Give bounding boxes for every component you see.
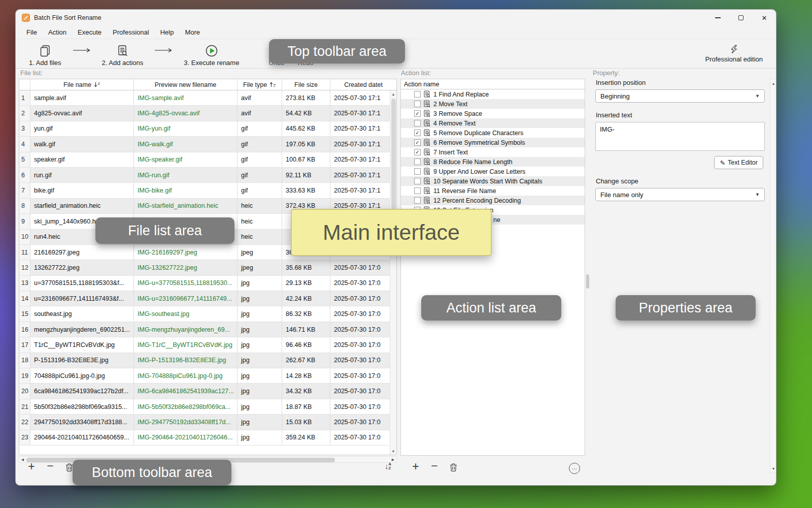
file-list-label: File list: [20, 69, 43, 77]
table-row[interactable]: 215b50f32b86e8298bf069ca9315...IMG-5b50f… [19, 399, 390, 415]
table-row[interactable]: 23290464-2021040117260460659...IMG-29046… [19, 430, 390, 446]
cell-type: gif [238, 168, 282, 182]
cell-size: 96.46 KB [282, 337, 330, 352]
table-row[interactable]: 24g825-ovvac.avifIMG-4g825-ovvac.avifavi… [19, 106, 390, 121]
table-row[interactable]: 6run.gifIMG-run.gifgif92.11 KB2025-07-30… [19, 168, 390, 183]
add-action-button[interactable]: + [410, 460, 421, 473]
table-row[interactable]: 7bike.gifIMG-bike.gifgif333.63 KB2025-07… [19, 183, 390, 198]
sort-az-button[interactable]: ↓ AZ [385, 462, 391, 470]
execute-rename-button[interactable]: 3. Execute rename [184, 41, 239, 67]
table-row[interactable]: 5speaker.gifIMG-speaker.gifgif100.67 KB2… [19, 152, 390, 168]
maximize-button[interactable] [729, 10, 753, 26]
inserted-text-field[interactable]: IMG- [595, 122, 765, 151]
cell-type: jpg [238, 306, 282, 321]
table-row[interactable]: 19704888piCu961.jpg-0.jpgIMG-704888piCu9… [19, 368, 390, 384]
table-row[interactable]: 13u=3770581515,1188195303&f...IMG-u=3770… [19, 276, 390, 291]
table-row[interactable]: 206ca98461862541939ac127b2df...IMG-6ca98… [19, 384, 390, 399]
cell-type: jpeg [238, 245, 282, 260]
column-header-preview[interactable]: Preview new filename [134, 79, 238, 90]
more-options-button[interactable]: … [569, 463, 580, 474]
table-row[interactable]: 3yun.gifIMG-yun.gifgif445.62 KB2025-07-3… [19, 121, 390, 137]
add-file-button[interactable]: + [26, 460, 37, 473]
action-list-item[interactable]: 4 Remove Text [401, 118, 585, 128]
action-item-label: 5 Remove Duplicate Characters [433, 130, 523, 137]
table-row[interactable]: 4walk.gifIMG-walk.gifgif197.05 KB2025-07… [19, 137, 390, 152]
cell-name: yun.gif [30, 121, 134, 136]
table-row[interactable]: 1sample.avifIMG-sample.avifavif273.81 KB… [19, 90, 390, 106]
action-checkbox[interactable] [414, 158, 421, 165]
action-checkbox[interactable] [414, 101, 421, 107]
column-header-created[interactable]: Created datet [330, 79, 396, 90]
action-list-item[interactable]: 10 Separate Words Start With Capitals [401, 176, 585, 186]
action-list-scrollbar[interactable] [585, 79, 590, 456]
table-row[interactable]: 17T1rC__ByWT1RCvBVdK.jpgIMG-T1rC__ByWT1R… [19, 337, 390, 353]
scrollbar-thumb[interactable] [586, 274, 589, 289]
action-checkbox[interactable] [414, 168, 421, 175]
column-header-file-name[interactable]: File name [30, 79, 134, 90]
cell-size: 359.24 KB [282, 430, 330, 445]
action-list-header[interactable]: Action name [401, 79, 585, 89]
action-checkbox[interactable]: ✓ [414, 139, 421, 146]
action-list-item[interactable]: ✓6 Remove Symmetrical Symbols [401, 138, 585, 147]
action-list-item[interactable]: 8 Reduce File Name Length [401, 157, 585, 167]
cell-type: jpg [238, 415, 282, 429]
action-checkbox[interactable] [414, 197, 421, 204]
menu-item-execute[interactable]: Execute [72, 27, 107, 38]
property-scrollbar[interactable]: ▲ ▼ [770, 79, 776, 473]
action-list-item[interactable]: ✓7 Insert Text [401, 147, 585, 157]
table-row[interactable]: 12132627722.jpegIMG-132627722.jpegjpeg35… [19, 260, 390, 275]
action-list-item[interactable]: 12 Percent Encoding Decoding [401, 196, 585, 205]
column-header-index[interactable] [19, 79, 30, 90]
menu-item-help[interactable]: Help [155, 27, 180, 38]
text-editor-button[interactable]: ✎ Text Editor [714, 156, 763, 169]
action-checkbox[interactable] [414, 187, 421, 194]
action-list-item[interactable]: 1 Find And Replace [401, 89, 585, 99]
action-checkbox[interactable]: ✓ [414, 149, 421, 155]
action-list-item[interactable]: ✓3 Remove Space [401, 109, 585, 118]
remove-file-button[interactable]: − [45, 460, 56, 473]
cell-num: 6 [19, 168, 30, 182]
scroll-down-icon[interactable]: ▼ [770, 465, 776, 472]
action-checkbox[interactable] [414, 91, 421, 98]
action-list-item[interactable]: ✓5 Remove Duplicate Characters [401, 128, 585, 138]
scroll-down-icon[interactable]: ▼ [390, 448, 396, 455]
table-row[interactable]: 15southeast.jpgIMG-southeast.jpgjpg86.32… [19, 306, 390, 322]
overlay-main-interface: Main interface [291, 209, 492, 256]
remove-action-button[interactable]: − [429, 460, 440, 473]
file-list-vertical-scrollbar[interactable]: ▲ ▼ [390, 90, 396, 455]
menu-item-more[interactable]: More [179, 27, 206, 38]
add-files-button[interactable]: 1. Add files [29, 41, 61, 67]
column-header-file-size[interactable]: File size [282, 79, 330, 90]
scroll-up-icon[interactable]: ▲ [770, 80, 776, 87]
add-actions-button[interactable]: 2. Add actions [102, 41, 144, 67]
menu-item-file[interactable]: File [21, 27, 43, 38]
scroll-up-icon[interactable]: ▲ [390, 90, 396, 98]
maximize-icon [738, 15, 743, 20]
table-row[interactable]: 14u=2316096677,1411167493&f...IMG-u=2316… [19, 291, 390, 306]
action-list-item[interactable]: 11 Reverse File Name [401, 186, 585, 196]
cell-prev: IMG-southeast.jpg [134, 306, 238, 321]
action-list-item[interactable]: 9 Upper And Lower Case Letters [401, 167, 585, 176]
insertion-position-select[interactable]: Beginning ▼ [595, 89, 765, 103]
menu-item-action[interactable]: Action [43, 27, 72, 38]
change-scope-select[interactable]: File name only ▼ [595, 188, 765, 201]
action-checkbox[interactable] [414, 178, 421, 184]
cell-num: 22 [19, 415, 30, 429]
delete-actions-button[interactable] [448, 461, 459, 474]
action-list-item[interactable]: 2 Move Text [401, 99, 585, 109]
scroll-left-icon[interactable]: ◀ [19, 457, 26, 463]
table-row[interactable]: 16mengzhuyanjingderen_6902251...IMG-meng… [19, 322, 390, 337]
action-checkbox[interactable] [414, 120, 421, 126]
action-checkbox[interactable]: ✓ [414, 110, 421, 117]
az-letters: AZ [389, 462, 391, 470]
menu-item-professional[interactable]: Professional [107, 27, 155, 38]
table-row[interactable]: 222947750192dd33408ff17d3188...IMG-29477… [19, 415, 390, 430]
action-checkbox[interactable]: ✓ [414, 130, 421, 136]
close-button[interactable]: ✕ [753, 10, 776, 26]
table-row[interactable]: 18P-1513196-B32E8E3E.jpgIMG-P-1513196-B3… [19, 353, 390, 368]
column-header-file-type[interactable]: File type [238, 79, 282, 90]
cell-prev: IMG-yun.gif [134, 121, 238, 136]
property-label: Property: [593, 69, 620, 77]
cell-num: 14 [19, 291, 30, 306]
minimize-button[interactable] [706, 10, 729, 26]
